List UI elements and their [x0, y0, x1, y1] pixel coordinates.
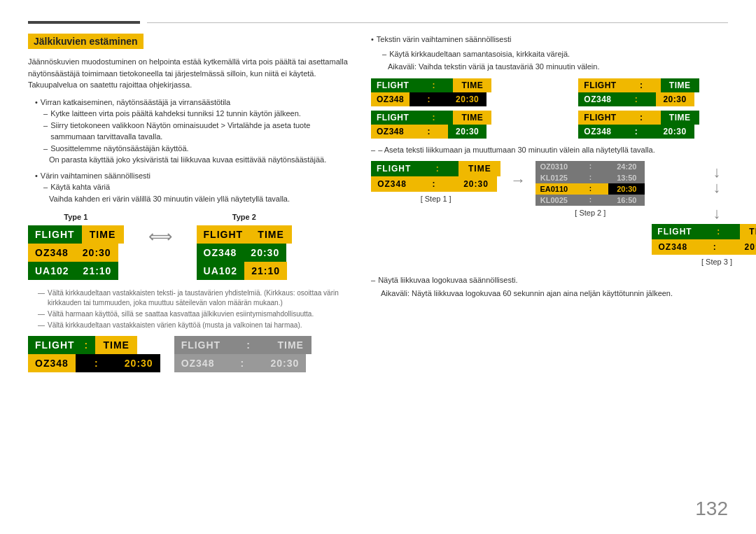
cg-board-3: FLIGHT : TIME OZ348 : 20:30	[371, 111, 574, 139]
cg1-colon: :	[414, 78, 453, 92]
cg2-oz: OZ348	[578, 92, 617, 106]
s1-time: TIME	[458, 161, 500, 176]
type1-row3: UA102 21:10	[28, 262, 124, 280]
cg4-colon: :	[622, 111, 661, 125]
steps-container: FLIGHT : TIME OZ348 : 20:30 [ Step 1 ] →	[371, 161, 756, 266]
step3-block: FLIGHT : TIME OZ348 : 20:30 [	[652, 224, 756, 266]
s2-hl-r: 20:30	[608, 183, 645, 195]
left-column: Jälkikuvien estäminen Jäännöskuvien muod…	[28, 34, 357, 520]
sub-1-4: On parasta käyttää joko yksiväristä tai …	[49, 154, 357, 166]
step3-label: [ Step 3 ]	[701, 258, 732, 266]
s1-flight: FLIGHT	[371, 161, 416, 176]
intro-text: Jäännöskuvien muodostuminen on helpointa…	[28, 56, 357, 91]
bg-colon: :	[227, 336, 270, 354]
s2-dim3-l: KL0025	[536, 195, 572, 206]
t1-flight: FLIGHT	[28, 225, 82, 244]
bullet-1: Virran katkaiseminen, näytönsäästäjä ja …	[35, 97, 357, 108]
t1-2110: 21:10	[76, 262, 119, 280]
t1-ua102: UA102	[28, 262, 76, 280]
section-title: Jälkikuvien estäminen	[28, 34, 144, 49]
s1-colon2: :	[413, 176, 455, 192]
right-sub-plain: Aikaväli: Vaihda tekstin väriä ja tausta…	[388, 61, 756, 73]
t1-time: TIME	[82, 225, 124, 244]
s2-dim3-r: 16:50	[608, 195, 645, 206]
sub-2-1: Käytä kahta väriä	[43, 181, 357, 193]
s2-dim2-r: 13:50	[608, 172, 645, 183]
cg1-colon2: :	[410, 92, 448, 106]
step2-label: [ Step 2 ]	[575, 209, 606, 217]
bg-2030: 20:30	[263, 354, 306, 372]
t2-time: TIME	[250, 225, 292, 244]
cg2-time: TIME	[661, 78, 699, 92]
bullet-section-2: Värin vaihtaminen säännöllisesti Käytä k…	[28, 170, 357, 205]
type1-row2: OZ348 20:30	[28, 244, 124, 262]
cg4-time: TIME	[661, 111, 699, 125]
type-arrow: ⟺	[145, 227, 176, 246]
s3-colon: :	[698, 224, 740, 239]
step1-label: [ Step 1 ]	[421, 195, 451, 203]
bottom-dark-board: FLIGHT : TIME OZ348 : 20:30	[28, 336, 160, 372]
s2-dim2-l: KL0125	[536, 172, 572, 183]
steps-right-area: ↓ ↓ ↓ FLIGHT : TIME	[652, 161, 756, 266]
step3-board: FLIGHT : TIME OZ348 : 20:30	[652, 224, 756, 255]
bottom-gray-board: FLIGHT : TIME OZ348 : 20:30	[174, 336, 312, 372]
bullet-section-1: Virran katkaiseminen, näytönsäästäjä ja …	[28, 97, 357, 166]
s2-dim1-l: OZ0310	[536, 161, 572, 172]
cg3-oz: OZ348	[371, 125, 410, 139]
top-rule	[28, 21, 728, 24]
type2-row1: FLIGHT TIME	[197, 225, 293, 244]
cg-board-4: FLIGHT : TIME OZ348 : 20:30	[578, 111, 756, 139]
bd-time: TIME	[95, 336, 137, 354]
cg1-time2: 20:30	[448, 92, 486, 106]
cg3-time2: 20:30	[448, 125, 486, 139]
bg-flight: FLIGHT	[174, 336, 228, 354]
s1-2030: 20:30	[455, 176, 497, 192]
type2-row2: OZ348 20:30	[197, 244, 293, 262]
s3-2030: 20:30	[736, 239, 756, 255]
type1-label: Type 1	[28, 213, 124, 221]
t2-ua102: UA102	[197, 262, 245, 280]
cg4-time2: 20:30	[656, 125, 694, 139]
type2-row3: UA102 21:10	[197, 262, 293, 280]
rule-dark	[28, 21, 140, 24]
s1-oz: OZ348	[371, 176, 413, 192]
t2-flight: FLIGHT	[197, 225, 251, 244]
s2-dim1-c: :	[572, 161, 608, 172]
t2-oz348: OZ348	[197, 244, 244, 262]
right-note-2: Näytä liikkuvaa logokuvaa säännöllisesti…	[371, 274, 756, 286]
s1-colon: :	[416, 161, 458, 176]
t2-2110: 21:10	[244, 262, 287, 280]
footnote-1: Vältä kirkkaudeltaan vastakkaisten tekst…	[38, 288, 357, 308]
s2-hl-c: :	[572, 183, 608, 195]
rule-light	[147, 22, 728, 23]
bd-2030: 20:30	[118, 354, 160, 372]
content-area: Jälkikuvien estäminen Jäännöskuvien muod…	[28, 34, 728, 520]
t1-2030: 20:30	[76, 244, 118, 262]
page-number: 132	[695, 498, 728, 520]
cg4-oz: OZ348	[578, 125, 617, 139]
type1-row1: FLIGHT TIME	[28, 225, 124, 244]
sub-1-3: Suosittelemme näytönsäästäjän käyttöä.	[43, 143, 357, 155]
bd-colon: :	[82, 336, 96, 354]
down-arrow-2: ↓	[713, 180, 720, 195]
s3-oz: OZ348	[652, 239, 694, 255]
bullet-2: Värin vaihtaminen säännöllisesti	[35, 170, 357, 182]
bg-colon2: :	[221, 354, 263, 372]
sub-1-1: Kytke laitteen virta pois päältä kahdeks…	[43, 108, 357, 120]
cg2-colon2: :	[617, 92, 656, 106]
s2-dim1-r: 24:20	[608, 161, 645, 172]
cg2-colon: :	[622, 78, 661, 92]
type1-block: Type 1 FLIGHT TIME OZ348 20:30 UA102 21:	[28, 213, 124, 280]
cg4-flight: FLIGHT	[578, 111, 622, 125]
sub-2-2: Vaihda kahden eri värin välillä 30 minuu…	[49, 193, 357, 205]
cg3-colon2: :	[410, 125, 448, 139]
bd-colon2: :	[76, 354, 118, 372]
cg3-time: TIME	[453, 111, 491, 125]
footnote-3: Vältä kirkkaudeltaan vastakkaisten värie…	[38, 321, 357, 330]
cg3-colon: :	[414, 111, 453, 125]
step2-board: OZ0310 : 24:20 KL0125 : 13:50 EA0110	[536, 161, 645, 206]
cg-board-2: FLIGHT : TIME OZ348 : 20:30	[578, 78, 756, 106]
down-arrow-1: ↓	[713, 164, 720, 180]
cg-board-1: FLIGHT : TIME OZ348 : 20:30	[371, 78, 574, 106]
s3-colon2: :	[694, 239, 736, 255]
